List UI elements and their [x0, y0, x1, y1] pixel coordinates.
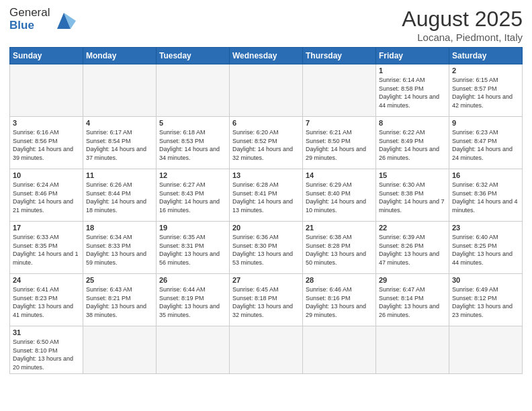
- day-number: 2: [452, 66, 519, 75]
- table-row: 22Sunrise: 6:39 AM Sunset: 8:26 PM Dayli…: [376, 222, 449, 274]
- table-row: 6Sunrise: 6:20 AM Sunset: 8:52 PM Daylig…: [230, 117, 303, 169]
- table-row: 9Sunrise: 6:23 AM Sunset: 8:47 PM Daylig…: [449, 117, 523, 169]
- day-number: 16: [452, 171, 519, 179]
- day-info: Sunrise: 6:24 AM Sunset: 8:46 PM Dayligh…: [13, 181, 80, 214]
- location: Locana, Piedmont, Italy: [402, 32, 523, 43]
- day-info: Sunrise: 6:47 AM Sunset: 8:14 PM Dayligh…: [379, 285, 446, 319]
- table-row: 17Sunrise: 6:33 AM Sunset: 8:35 PM Dayli…: [10, 222, 83, 274]
- day-info: Sunrise: 6:39 AM Sunset: 8:26 PM Dayligh…: [379, 233, 446, 267]
- day-info: Sunrise: 6:35 AM Sunset: 8:31 PM Dayligh…: [159, 233, 226, 267]
- table-row: 16Sunrise: 6:32 AM Sunset: 8:36 PM Dayli…: [449, 169, 523, 222]
- day-info: Sunrise: 6:23 AM Sunset: 8:47 PM Dayligh…: [452, 128, 519, 162]
- day-number: 3: [13, 119, 80, 127]
- day-info: Sunrise: 6:17 AM Sunset: 8:54 PM Dayligh…: [86, 128, 153, 162]
- table-row: [157, 326, 230, 374]
- day-info: Sunrise: 6:27 AM Sunset: 8:43 PM Dayligh…: [159, 181, 226, 214]
- day-number: 27: [232, 276, 300, 284]
- day-info: Sunrise: 6:21 AM Sunset: 8:50 PM Dayligh…: [306, 128, 373, 162]
- day-number: 28: [306, 276, 373, 284]
- day-number: 18: [86, 224, 153, 232]
- table-row: 3Sunrise: 6:16 AM Sunset: 8:56 PM Daylig…: [10, 117, 83, 169]
- page: General Blue August 2025 Locana, Piedmon…: [0, 0, 532, 411]
- table-row: 29Sunrise: 6:47 AM Sunset: 8:14 PM Dayli…: [376, 274, 449, 326]
- table-row: 18Sunrise: 6:34 AM Sunset: 8:33 PM Dayli…: [83, 222, 157, 274]
- day-number: 6: [232, 119, 300, 127]
- table-row: 12Sunrise: 6:27 AM Sunset: 8:43 PM Dayli…: [157, 169, 230, 222]
- table-row: 2Sunrise: 6:15 AM Sunset: 8:57 PM Daylig…: [449, 64, 523, 117]
- table-row: 10Sunrise: 6:24 AM Sunset: 8:46 PM Dayli…: [10, 169, 83, 222]
- table-row: [10, 64, 83, 117]
- table-row: 7Sunrise: 6:21 AM Sunset: 8:50 PM Daylig…: [303, 117, 376, 169]
- table-row: 25Sunrise: 6:43 AM Sunset: 8:21 PM Dayli…: [83, 274, 157, 326]
- day-number: 1: [379, 66, 446, 75]
- table-row: 8Sunrise: 6:22 AM Sunset: 8:49 PM Daylig…: [376, 117, 449, 169]
- day-info: Sunrise: 6:36 AM Sunset: 8:30 PM Dayligh…: [232, 233, 300, 267]
- day-number: 26: [159, 276, 226, 284]
- day-info: Sunrise: 6:28 AM Sunset: 8:41 PM Dayligh…: [232, 181, 300, 214]
- col-monday: Monday: [83, 48, 157, 64]
- table-row: [230, 64, 303, 117]
- day-info: Sunrise: 6:50 AM Sunset: 8:10 PM Dayligh…: [13, 338, 80, 371]
- day-number: 19: [159, 224, 226, 232]
- day-info: Sunrise: 6:49 AM Sunset: 8:12 PM Dayligh…: [452, 285, 519, 319]
- logo: General Blue: [9, 7, 76, 32]
- day-number: 20: [232, 224, 300, 232]
- day-info: Sunrise: 6:44 AM Sunset: 8:19 PM Dayligh…: [159, 285, 226, 319]
- table-row: 23Sunrise: 6:40 AM Sunset: 8:25 PM Dayli…: [449, 222, 523, 274]
- col-saturday: Saturday: [449, 48, 523, 64]
- logo-icon: [52, 10, 76, 30]
- day-number: 25: [86, 276, 153, 284]
- day-info: Sunrise: 6:38 AM Sunset: 8:28 PM Dayligh…: [306, 233, 373, 267]
- day-number: 15: [379, 171, 446, 179]
- table-row: 26Sunrise: 6:44 AM Sunset: 8:19 PM Dayli…: [157, 274, 230, 326]
- day-info: Sunrise: 6:40 AM Sunset: 8:25 PM Dayligh…: [452, 233, 519, 267]
- table-row: 13Sunrise: 6:28 AM Sunset: 8:41 PM Dayli…: [230, 169, 303, 222]
- day-number: 5: [159, 119, 226, 127]
- day-number: 4: [86, 119, 153, 127]
- title-block: August 2025 Locana, Piedmont, Italy: [402, 7, 523, 43]
- logo-text: General: [9, 7, 50, 19]
- day-info: Sunrise: 6:16 AM Sunset: 8:56 PM Dayligh…: [13, 128, 80, 162]
- table-row: 4Sunrise: 6:17 AM Sunset: 8:54 PM Daylig…: [83, 117, 157, 169]
- table-row: [449, 326, 523, 374]
- day-info: Sunrise: 6:46 AM Sunset: 8:16 PM Dayligh…: [306, 285, 373, 319]
- day-info: Sunrise: 6:43 AM Sunset: 8:21 PM Dayligh…: [86, 285, 153, 319]
- day-number: 12: [159, 171, 226, 179]
- day-info: Sunrise: 6:18 AM Sunset: 8:53 PM Dayligh…: [159, 128, 226, 162]
- day-number: 24: [13, 276, 80, 284]
- table-row: [230, 326, 303, 374]
- calendar-header-row: Sunday Monday Tuesday Wednesday Thursday…: [10, 48, 523, 64]
- day-number: 30: [452, 276, 519, 284]
- day-info: Sunrise: 6:41 AM Sunset: 8:23 PM Dayligh…: [13, 285, 80, 319]
- day-number: 14: [306, 171, 373, 179]
- table-row: [303, 326, 376, 374]
- day-number: 17: [13, 224, 80, 232]
- table-row: [83, 64, 157, 117]
- day-info: Sunrise: 6:29 AM Sunset: 8:40 PM Dayligh…: [306, 181, 373, 214]
- day-number: 11: [86, 171, 153, 179]
- table-row: 28Sunrise: 6:46 AM Sunset: 8:16 PM Dayli…: [303, 274, 376, 326]
- table-row: 20Sunrise: 6:36 AM Sunset: 8:30 PM Dayli…: [230, 222, 303, 274]
- day-info: Sunrise: 6:45 AM Sunset: 8:18 PM Dayligh…: [232, 285, 300, 319]
- day-number: 29: [379, 276, 446, 284]
- day-number: 13: [232, 171, 300, 179]
- table-row: [157, 64, 230, 117]
- table-row: 27Sunrise: 6:45 AM Sunset: 8:18 PM Dayli…: [230, 274, 303, 326]
- day-number: 10: [13, 171, 80, 179]
- day-info: Sunrise: 6:32 AM Sunset: 8:36 PM Dayligh…: [452, 181, 519, 214]
- col-tuesday: Tuesday: [157, 48, 230, 64]
- table-row: 21Sunrise: 6:38 AM Sunset: 8:28 PM Dayli…: [303, 222, 376, 274]
- day-number: 31: [13, 328, 80, 336]
- calendar: Sunday Monday Tuesday Wednesday Thursday…: [9, 47, 523, 374]
- table-row: 24Sunrise: 6:41 AM Sunset: 8:23 PM Dayli…: [10, 274, 83, 326]
- day-info: Sunrise: 6:22 AM Sunset: 8:49 PM Dayligh…: [379, 128, 446, 162]
- day-number: 7: [306, 119, 373, 127]
- month-year: August 2025: [402, 7, 523, 32]
- day-number: 23: [452, 224, 519, 232]
- table-row: [376, 326, 449, 374]
- logo-blue: Blue: [9, 19, 50, 32]
- table-row: 30Sunrise: 6:49 AM Sunset: 8:12 PM Dayli…: [449, 274, 523, 326]
- header: General Blue August 2025 Locana, Piedmon…: [9, 7, 523, 43]
- day-info: Sunrise: 6:14 AM Sunset: 8:58 PM Dayligh…: [379, 76, 446, 109]
- day-number: 22: [379, 224, 446, 232]
